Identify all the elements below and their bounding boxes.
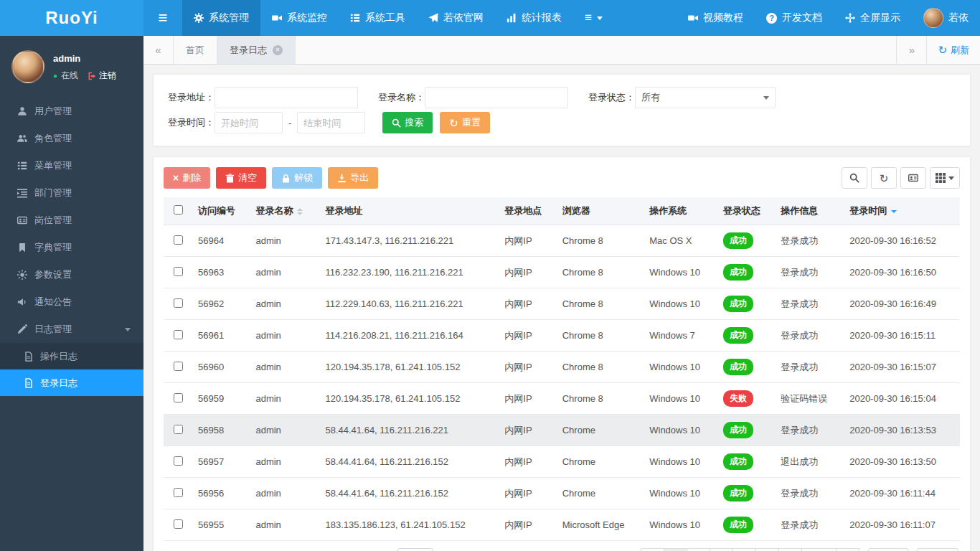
- row-checkbox[interactable]: [174, 330, 183, 339]
- table-view-toggle-button[interactable]: [900, 167, 926, 189]
- edit-icon: [17, 324, 27, 334]
- tabs-scroll-left-button[interactable]: «: [143, 36, 174, 64]
- cell-login-name: admin: [250, 446, 319, 478]
- page-button[interactable]: 5687: [801, 548, 837, 551]
- tabs-scroll-right-button[interactable]: »: [896, 36, 926, 64]
- sidebar-item-operation-log[interactable]: 操作日志: [0, 343, 143, 369]
- table-row[interactable]: 56957 admin 58.44.41.64, 116.211.216.152…: [164, 446, 960, 478]
- nav-more-dropdown[interactable]: ≡: [573, 0, 614, 36]
- search-button[interactable]: 搜索: [382, 112, 433, 133]
- tab-home[interactable]: 首页: [174, 36, 217, 64]
- sidebar-item-user-manage[interactable]: 用户管理: [0, 98, 143, 125]
- sidebar-toggle-icon[interactable]: ≡: [143, 0, 182, 36]
- nav-official-site[interactable]: 若依官网: [417, 0, 495, 36]
- jump-page-button[interactable]: 跳转: [917, 548, 958, 551]
- row-checkbox[interactable]: [174, 456, 183, 466]
- nav-video-tutorial[interactable]: 视频教程: [677, 0, 755, 36]
- user-avatar[interactable]: [11, 50, 44, 83]
- end-time-input[interactable]: [297, 112, 365, 133]
- nav-dev-docs[interactable]: ? 开发文档: [755, 0, 834, 36]
- paper-plane-icon: [428, 13, 438, 23]
- export-button[interactable]: 导出: [328, 167, 378, 189]
- cell-browser: Chrome 8: [557, 257, 644, 288]
- login-name-input[interactable]: [425, 87, 568, 108]
- login-address-label: 登录地址：: [168, 91, 215, 104]
- row-checkbox[interactable]: [174, 267, 183, 276]
- login-log-table-body: 56964 admin 171.43.147.3, 116.211.216.22…: [164, 225, 960, 541]
- table-refresh-button[interactable]: ↻: [871, 167, 897, 189]
- nav-statistics[interactable]: 统计报表: [495, 0, 573, 36]
- page-button[interactable]: 5: [755, 548, 779, 551]
- table-row[interactable]: 56960 admin 120.194.35.178, 61.241.105.1…: [164, 352, 960, 383]
- nav-label: 视频教程: [703, 11, 743, 24]
- table-row[interactable]: 56958 admin 58.44.41.64, 116.211.216.221…: [164, 415, 960, 446]
- table-columns-button[interactable]: [930, 167, 960, 189]
- row-checkbox[interactable]: [174, 488, 183, 497]
- table-row[interactable]: 56963 admin 116.232.23.190, 116.211.216.…: [164, 257, 960, 288]
- logout-button[interactable]: 注销: [88, 70, 116, 82]
- col-login-time[interactable]: 登录时间: [844, 197, 960, 225]
- nav-system-manage[interactable]: 系统管理: [182, 0, 260, 36]
- nav-user-menu[interactable]: 若依: [912, 0, 980, 36]
- cell-browser: Microsoft Edge: [557, 509, 644, 541]
- jump-page-input[interactable]: [868, 548, 908, 551]
- sidebar-item-log-manage[interactable]: 日志管理: [0, 316, 143, 343]
- cell-login-time: 2020-09-30 16:15:04: [844, 383, 960, 415]
- sidebar-item-dept-manage[interactable]: 部门管理: [0, 179, 143, 207]
- cell-login-name: admin: [250, 352, 319, 383]
- table-search-toggle-button[interactable]: [842, 167, 867, 189]
- sidebar-item-dict-manage[interactable]: 字典管理: [0, 234, 143, 261]
- nav-system-tools[interactable]: 系统工具: [339, 0, 417, 36]
- brand-logo[interactable]: RuoYi: [0, 0, 143, 36]
- refresh-tab-button[interactable]: ↻ 刷新: [926, 36, 980, 64]
- table-row[interactable]: 56961 admin 114.216.208.21, 116.211.216.…: [164, 320, 960, 352]
- page-button[interactable]: 2: [687, 548, 710, 551]
- sidebar-item-post-manage[interactable]: 岗位管理: [0, 207, 143, 234]
- delete-button[interactable]: × 删除: [164, 167, 210, 189]
- cell-visit-id: 56960: [192, 352, 250, 383]
- next-page-button[interactable]: ›: [836, 548, 859, 551]
- login-address-input[interactable]: [215, 87, 358, 108]
- row-checkbox[interactable]: [174, 425, 183, 434]
- row-checkbox[interactable]: [174, 235, 183, 245]
- row-checkbox[interactable]: [174, 362, 183, 371]
- table-row[interactable]: 56962 admin 112.229.140.63, 116.211.216.…: [164, 288, 960, 320]
- prev-page-button[interactable]: ‹: [641, 548, 664, 551]
- sidebar-item-param-settings[interactable]: 参数设置: [0, 261, 143, 288]
- table-row[interactable]: 56959 admin 120.194.35.178, 61.241.105.1…: [164, 383, 960, 415]
- table-row[interactable]: 56955 admin 183.135.186.123, 61.241.105.…: [164, 509, 960, 541]
- layout: admin ● 在线 注销 用户管理: [0, 36, 980, 551]
- table-row[interactable]: 56964 admin 171.43.147.3, 116.211.216.22…: [164, 225, 960, 257]
- close-icon[interactable]: ×: [273, 45, 283, 55]
- sidebar-item-role-manage[interactable]: 角色管理: [0, 125, 143, 152]
- page-size-select[interactable]: 10: [397, 548, 433, 551]
- nav-fullscreen[interactable]: 全屏显示: [834, 0, 912, 36]
- row-checkbox[interactable]: [174, 519, 183, 529]
- table-row[interactable]: 56956 admin 58.44.41.64, 116.211.216.152…: [164, 478, 960, 509]
- start-time-input[interactable]: [215, 112, 283, 133]
- page-button[interactable]: ...: [778, 548, 802, 551]
- sidebar-item-menu-manage[interactable]: 菜单管理: [0, 152, 143, 179]
- login-status-select[interactable]: 所有: [635, 87, 776, 108]
- cell-os: Windows 10: [644, 446, 717, 478]
- page-button[interactable]: 1: [664, 548, 687, 551]
- sidebar-item-login-log[interactable]: 登录日志: [0, 369, 143, 396]
- sidebar-item-notice[interactable]: 通知公告: [0, 288, 143, 316]
- tab-login-log[interactable]: 登录日志 ×: [217, 36, 296, 64]
- main-nav: 系统管理 系统监控 系统工具 若依官网 统计报表 ≡ 视频教程: [182, 0, 980, 36]
- select-all-checkbox[interactable]: [174, 205, 183, 215]
- page-button[interactable]: 3: [710, 548, 733, 551]
- unlock-button[interactable]: 解锁: [272, 167, 322, 189]
- col-login-name[interactable]: 登录名称: [250, 197, 319, 225]
- row-checkbox[interactable]: [174, 393, 183, 402]
- top-navbar: RuoYi ≡ 系统管理 系统监控 系统工具 若依官网 统计报表 ≡: [0, 0, 980, 36]
- cell-login-location: 内网IP: [499, 320, 556, 352]
- tabbar-right-group: » ↻ 刷新: [896, 36, 980, 64]
- reset-button[interactable]: ↻ 重置: [440, 112, 490, 133]
- row-checkbox[interactable]: [174, 298, 183, 308]
- cell-operation-info: 登录成功: [775, 257, 844, 288]
- page-button[interactable]: 4: [732, 548, 756, 551]
- nav-system-monitor[interactable]: 系统监控: [260, 0, 339, 36]
- refresh-icon: ↻: [938, 44, 947, 55]
- clear-button[interactable]: 清空: [216, 167, 266, 189]
